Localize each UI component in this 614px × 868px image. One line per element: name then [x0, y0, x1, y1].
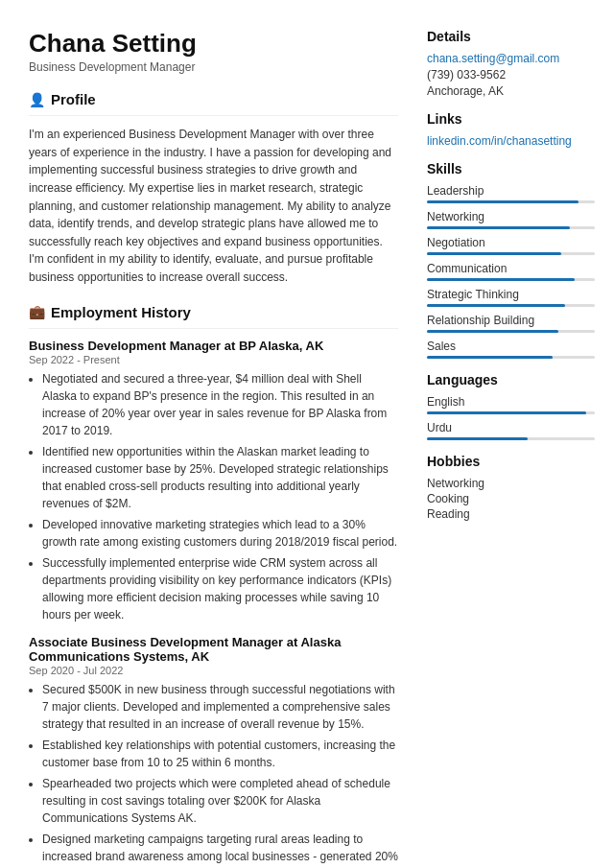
skills-title: Skills	[427, 161, 595, 176]
profile-icon: 👤	[29, 92, 45, 107]
skill-item: Communication	[427, 262, 595, 281]
linkedin-link[interactable]: linkedin.com/in/chanasetting	[427, 134, 595, 148]
language-bar-fill	[427, 411, 586, 414]
hobbies-title: Hobbies	[427, 454, 595, 469]
language-item: English	[427, 395, 595, 414]
links-section: Links linkedin.com/in/chanasetting	[427, 111, 595, 148]
language-bar-bg	[427, 411, 595, 414]
skills-section: Skills Leadership Networking Negotiation…	[427, 161, 595, 359]
skill-bar-fill	[427, 226, 570, 229]
skill-name: Sales	[427, 340, 595, 353]
job-bullets-1: Negotiated and secured a three-year, $4 …	[29, 370, 398, 623]
hobby-item: Reading	[427, 507, 595, 521]
skill-name: Networking	[427, 210, 595, 223]
bullet-item: Designed marketing campaigns targeting r…	[42, 831, 398, 868]
employment-icon: 💼	[29, 304, 45, 319]
skill-item: Relationship Building	[427, 314, 595, 333]
skill-bar-bg	[427, 252, 595, 255]
email[interactable]: chana.setting@gmail.com	[427, 52, 595, 65]
skill-bar-fill	[427, 304, 565, 307]
bullet-item: Successfully implemented enterprise wide…	[42, 554, 398, 623]
profile-text: I'm an experienced Business Development …	[29, 126, 398, 286]
skill-item: Networking	[427, 210, 595, 229]
details-section: Details chana.setting@gmail.com (739) 03…	[427, 29, 595, 98]
hobby-item: Cooking	[427, 492, 595, 505]
links-title: Links	[427, 111, 595, 127]
header: Chana Setting Business Development Manag…	[29, 29, 398, 74]
skill-bar-bg	[427, 304, 595, 307]
skill-bar-fill	[427, 200, 579, 203]
language-name: Urdu	[427, 421, 595, 434]
language-item: Urdu	[427, 421, 595, 440]
job-bullets-2: Secured $500K in new business through su…	[29, 681, 398, 868]
candidate-title: Business Development Manager	[29, 60, 398, 74]
details-title: Details	[427, 29, 595, 44]
candidate-name: Chana Setting	[29, 29, 398, 59]
skill-bar-bg	[427, 226, 595, 229]
location: Anchorage, AK	[427, 84, 595, 98]
job-title-2: Associate Business Development Manager a…	[29, 635, 398, 664]
bullet-item: Developed innovative marketing strategie…	[42, 516, 398, 551]
skill-bar-bg	[427, 356, 595, 359]
bullet-item: Negotiated and secured a three-year, $4 …	[42, 370, 398, 439]
skill-bar-bg	[427, 278, 595, 281]
bullet-item: Established key relationships with poten…	[42, 737, 398, 771]
job-dates-2: Sep 2020 - Jul 2022	[29, 665, 398, 676]
job-title-1: Business Development Manager at BP Alask…	[29, 339, 398, 353]
skill-item: Sales	[427, 340, 595, 359]
skill-item: Negotiation	[427, 236, 595, 255]
skill-bar-bg	[427, 200, 595, 203]
skill-name: Leadership	[427, 184, 595, 198]
skill-bar-bg	[427, 330, 595, 333]
skill-name: Negotiation	[427, 236, 595, 249]
language-name: English	[427, 395, 595, 409]
job-item-2: Associate Business Development Manager a…	[29, 635, 398, 868]
hobby-item: Networking	[427, 477, 595, 490]
job-item-1: Business Development Manager at BP Alask…	[29, 339, 398, 623]
skill-item: Strategic Thinking	[427, 288, 595, 307]
skill-bar-fill	[427, 330, 558, 333]
languages-section: Languages English Urdu	[427, 372, 595, 440]
skill-bar-fill	[427, 356, 553, 359]
phone: (739) 033-9562	[427, 68, 595, 82]
languages-title: Languages	[427, 372, 595, 387]
bullet-item: Identified new opportunities within the …	[42, 443, 398, 512]
language-bar-bg	[427, 437, 595, 440]
bullet-item: Spearheaded two projects which were comp…	[42, 775, 398, 827]
profile-section: 👤 Profile I'm an experienced Business De…	[29, 91, 398, 286]
skill-bar-fill	[427, 252, 561, 255]
employment-section: 💼 Employment History Business Developmen…	[29, 304, 398, 868]
hobbies-section: Hobbies NetworkingCookingReading	[427, 454, 595, 521]
skill-bar-fill	[427, 278, 575, 281]
job-dates-1: Sep 2022 - Present	[29, 354, 398, 365]
skill-name: Strategic Thinking	[427, 288, 595, 301]
bullet-item: Secured $500K in new business through su…	[42, 681, 398, 733]
profile-section-title: 👤 Profile	[29, 91, 398, 107]
skill-item: Leadership	[427, 184, 595, 203]
language-bar-fill	[427, 437, 528, 440]
skill-name: Communication	[427, 262, 595, 275]
skill-name: Relationship Building	[427, 314, 595, 327]
employment-section-title: 💼 Employment History	[29, 304, 398, 320]
